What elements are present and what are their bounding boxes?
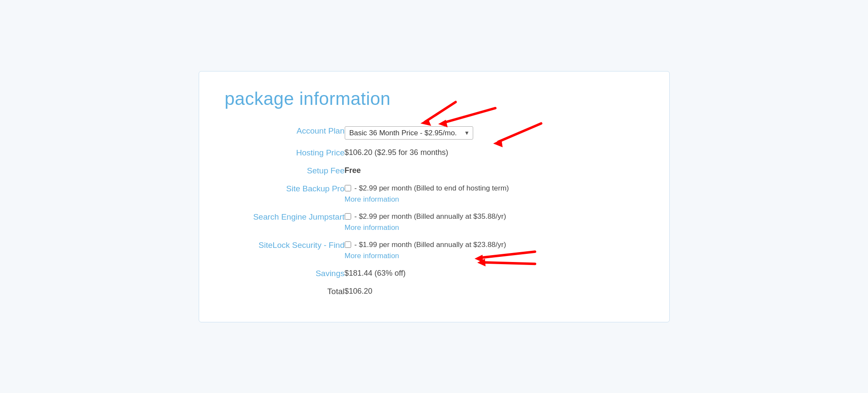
site-backup-label: Site Backup Pro bbox=[225, 180, 345, 208]
savings-value: $181.44 (63% off) bbox=[345, 265, 644, 283]
site-backup-checkbox-line: - $2.99 per month (Billed to end of host… bbox=[345, 184, 644, 193]
svg-line-2 bbox=[443, 108, 495, 122]
hosting-price-value: $106.20 ($2.95 for 36 months) bbox=[345, 144, 644, 162]
savings-row: Savings $181.44 (63% off) bbox=[225, 265, 644, 283]
hosting-price-label: Hosting Price bbox=[225, 144, 345, 162]
account-plan-value: Basic 36 Month Price - $2.95/mo. Basic 1… bbox=[345, 122, 644, 144]
sitelock-value: - $1.99 per month (Billed annually at $2… bbox=[345, 236, 644, 265]
site-backup-description: - $2.99 per month (Billed to end of host… bbox=[355, 184, 509, 193]
plan-select-wrapper: Basic 36 Month Price - $2.95/mo. Basic 1… bbox=[345, 126, 473, 140]
total-value: $106.20 bbox=[345, 283, 644, 301]
search-engine-description: - $2.99 per month (Billed annually at $3… bbox=[355, 212, 506, 221]
search-engine-checkbox-line: - $2.99 per month (Billed annually at $3… bbox=[345, 212, 644, 221]
sitelock-description: - $1.99 per month (Billed annually at $2… bbox=[355, 241, 506, 249]
search-engine-row: Search Engine Jumpstart - $2.99 per mont… bbox=[225, 208, 644, 236]
sitelock-label: SiteLock Security - Find bbox=[225, 236, 345, 265]
search-engine-more-info[interactable]: More information bbox=[345, 223, 644, 232]
search-engine-checkbox[interactable] bbox=[345, 213, 351, 220]
search-engine-checkbox-row: - $2.99 per month (Billed annually at $3… bbox=[345, 212, 644, 232]
sitelock-more-info[interactable]: More information bbox=[345, 252, 644, 260]
setup-fee-row: Setup Fee Free bbox=[225, 162, 644, 180]
account-plan-select[interactable]: Basic 36 Month Price - $2.95/mo. Basic 1… bbox=[345, 126, 473, 140]
site-backup-row: Site Backup Pro - $2.99 per month (Bille… bbox=[225, 180, 644, 208]
form-table: Account Plan Basic 36 Month Price - $2.9… bbox=[225, 122, 644, 301]
setup-fee-value: Free bbox=[345, 162, 644, 180]
site-backup-value: - $2.99 per month (Billed to end of host… bbox=[345, 180, 644, 208]
site-backup-checkbox[interactable] bbox=[345, 185, 351, 191]
setup-fee-label: Setup Fee bbox=[225, 162, 345, 180]
search-engine-value: - $2.99 per month (Billed annually at $3… bbox=[345, 208, 644, 236]
account-plan-label: Account Plan bbox=[225, 122, 345, 144]
site-backup-more-info[interactable]: More information bbox=[345, 195, 644, 204]
sitelock-row: SiteLock Security - Find - $1.99 per mon… bbox=[225, 236, 644, 265]
account-plan-row: Account Plan Basic 36 Month Price - $2.9… bbox=[225, 122, 644, 144]
sitelock-checkbox[interactable] bbox=[345, 241, 351, 248]
total-label: Total bbox=[225, 283, 345, 301]
site-backup-checkbox-row: - $2.99 per month (Billed to end of host… bbox=[345, 184, 644, 204]
sitelock-checkbox-row: - $1.99 per month (Billed annually at $2… bbox=[345, 241, 644, 260]
total-row: Total $106.20 bbox=[225, 283, 644, 301]
package-information-card: package information Account Plan Basic 3… bbox=[199, 71, 670, 322]
savings-label: Savings bbox=[225, 265, 345, 283]
sitelock-checkbox-line: - $1.99 per month (Billed annually at $2… bbox=[345, 241, 644, 249]
page-title: package information bbox=[225, 89, 644, 109]
hosting-price-row: Hosting Price $106.20 ($2.95 for 36 mont… bbox=[225, 144, 644, 162]
search-engine-label: Search Engine Jumpstart bbox=[225, 208, 345, 236]
